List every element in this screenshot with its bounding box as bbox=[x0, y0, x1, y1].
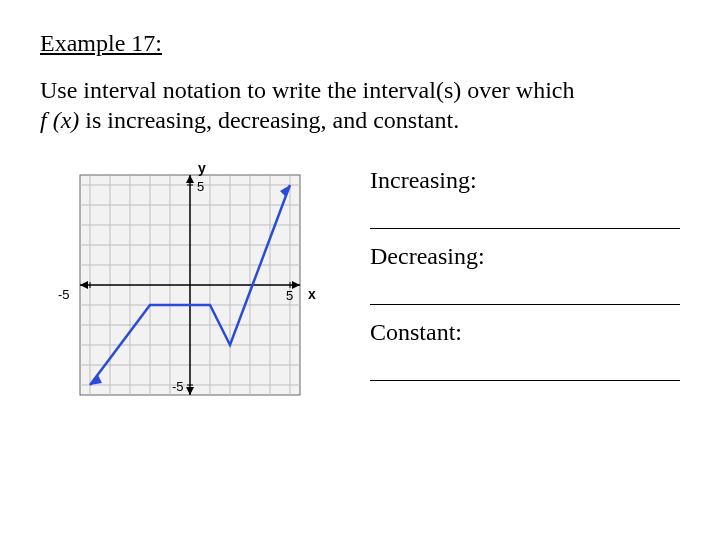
example-title: Example 17: bbox=[40, 30, 680, 57]
increasing-label: Increasing: bbox=[370, 167, 680, 194]
x-axis-label: x bbox=[308, 286, 316, 302]
x-tick-neg: -5 bbox=[58, 287, 70, 302]
prompt-text: Use interval notation to write the inter… bbox=[40, 75, 680, 135]
answers-column: Increasing: Decreasing: Constant: bbox=[370, 155, 680, 395]
graph-container: y x 5 -5 -5 5 bbox=[40, 155, 340, 435]
prompt-line-1: Use interval notation to write the inter… bbox=[40, 77, 575, 103]
decreasing-label: Decreasing: bbox=[370, 243, 680, 270]
increasing-blank[interactable] bbox=[370, 200, 680, 229]
y-axis-label: y bbox=[198, 160, 206, 176]
y-tick-pos: 5 bbox=[197, 179, 204, 194]
constant-blank[interactable] bbox=[370, 352, 680, 381]
x-tick-pos: 5 bbox=[286, 288, 293, 303]
constant-label: Constant: bbox=[370, 319, 680, 346]
coordinate-graph: y x 5 -5 -5 5 bbox=[40, 155, 340, 435]
decreasing-blank[interactable] bbox=[370, 276, 680, 305]
function-notation: f (x) bbox=[40, 107, 79, 133]
prompt-line-2: is increasing, decreasing, and constant. bbox=[79, 107, 459, 133]
y-tick-neg: -5 bbox=[172, 379, 184, 394]
